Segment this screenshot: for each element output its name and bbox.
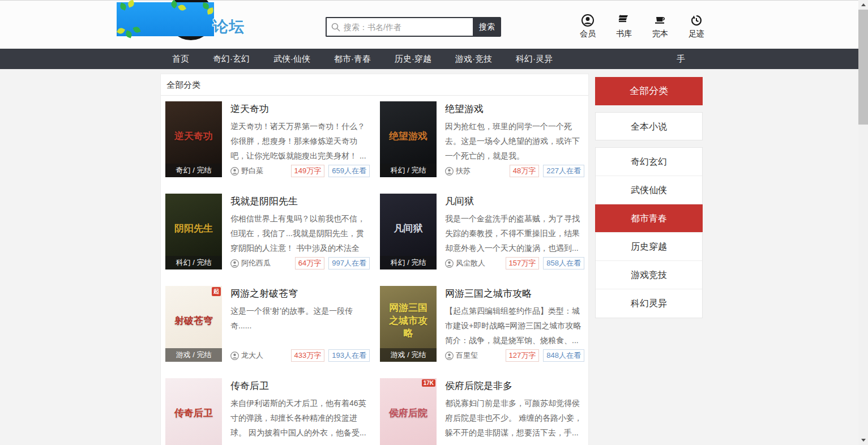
book-cover[interactable]: 网游三国之城市攻略 游戏 / 完结	[380, 286, 437, 362]
member-link[interactable]: 会员	[575, 14, 600, 39]
sidebar-category[interactable]: 游戏竞技	[596, 261, 702, 289]
logo-text: 论坛	[213, 16, 245, 37]
book-title[interactable]: 我就是阴阳先生	[230, 196, 370, 207]
book-list-panel: 全部分类 逆天奇功 奇幻 / 完结 逆天奇功 逆天奇功！诸天万界第一奇功！什么？…	[160, 74, 589, 445]
book-cover[interactable]: 绝望游戏 科幻 / 完结	[380, 101, 437, 177]
sidebar-category[interactable]: 都市青春	[595, 204, 703, 233]
footprints-link[interactable]: 足迹	[684, 14, 709, 39]
cover-title-text: 网游三国之城市攻略	[387, 302, 430, 341]
book-description: 都说寡妇门前是非多，可颜苏却觉得侯府后院是非也不少。 难缠的各路小妾，躲不开的是…	[445, 396, 584, 440]
scrollbar-thumb[interactable]	[858, 10, 868, 125]
header-quick-links: 会员 书库 完本 足迹	[575, 14, 709, 39]
book-meta: 风尘散人 157万字 858人在看	[445, 257, 584, 269]
book-badges: 64万字 997人在看	[295, 257, 370, 269]
sidebar-category[interactable]: 历史穿越	[596, 233, 702, 261]
book-badges: 157万字 858人在看	[506, 257, 584, 269]
word-count-badge: 433万字	[291, 349, 325, 362]
book-author[interactable]: 阿伦西瓜	[230, 258, 271, 268]
book-cover[interactable]: 起 射破苍穹 游戏 / 完结	[165, 286, 222, 362]
word-count-badge: 157万字	[506, 257, 540, 269]
search-input[interactable]	[344, 23, 463, 32]
book-info: 逆天奇功 逆天奇功！诸天万界第一奇功！什么？你很胖，想瘦身！那来修炼逆天奇功吧，…	[230, 101, 370, 177]
word-count-badge: 127万字	[506, 349, 540, 362]
book-card: 逆天奇功 奇幻 / 完结 逆天奇功 逆天奇功！诸天万界第一奇功！什么？你很胖，想…	[165, 101, 370, 177]
nav-item[interactable]: 武侠·仙侠	[262, 49, 322, 69]
nav-item[interactable]: 历史·穿越	[383, 49, 443, 69]
finished-label: 完本	[652, 29, 668, 39]
cover-title-text: 阴阳先生	[172, 222, 215, 236]
nav-item[interactable]: 科幻·灵异	[504, 49, 565, 69]
vertical-scrollbar[interactable]	[858, 0, 868, 445]
sidebar-all-categories[interactable]: 全部分类	[595, 77, 703, 105]
book-title[interactable]: 网游三国之城市攻略	[445, 288, 584, 299]
book-badges: 149万字 659人在看	[291, 165, 370, 177]
library-label: 书库	[616, 29, 632, 39]
book-description: 这是一个很‘射’的故事。这是一段传奇......	[230, 303, 370, 348]
finished-link[interactable]: 完本	[648, 14, 673, 39]
book-meta: 龙大人 433万字 193人在看	[230, 349, 370, 362]
book-grid: 逆天奇功 奇幻 / 完结 逆天奇功 逆天奇功！诸天万界第一奇功！什么？你很胖，想…	[165, 96, 584, 445]
readers-count-badge: 659人在看	[328, 165, 370, 177]
author-name: 阿伦西瓜	[241, 258, 271, 268]
search-icon	[331, 23, 340, 32]
nav-item[interactable]: 游戏·竞技	[443, 49, 504, 69]
footprints-history-icon	[690, 14, 703, 27]
sidebar-category[interactable]: 奇幻玄幻	[596, 148, 702, 176]
cover-title-text: 凡间狱	[387, 222, 430, 236]
nav-item[interactable]: 首页	[160, 49, 201, 69]
book-title[interactable]: 凡间狱	[445, 196, 584, 207]
book-author[interactable]: 风尘散人	[445, 258, 485, 268]
book-description: 因为抢红包，班里的同学一个一个死去。这是一场令人绝望的游戏，或许下一个死亡的，就…	[445, 119, 584, 163]
book-description: 逆天奇功！诸天万界第一奇功！什么？你很胖，想瘦身！那来修炼逆天奇功吧，让你光吃饭…	[230, 119, 370, 163]
book-card: 阴阳先生 科幻 / 完结 我就是阴阳先生 你相信世界上有鬼吗？以前我也不信，但现…	[165, 194, 370, 269]
library-icon	[617, 14, 631, 27]
book-info: 我就是阴阳先生 你相信世界上有鬼吗？以前我也不信，但现在，我信了...我就是阴阳…	[230, 194, 370, 269]
author-name: 龙大人	[241, 350, 263, 361]
book-cover[interactable]: 传奇后卫	[165, 378, 222, 445]
book-cover[interactable]: 凡间狱 科幻 / 完结	[380, 194, 437, 269]
book-meta: 扶苏 48万字 227人在看	[445, 165, 584, 177]
nav-item[interactable]: 都市·青春	[322, 49, 383, 69]
book-author[interactable]: 野白菜	[230, 166, 263, 176]
readers-count-badge: 227人在看	[543, 165, 584, 177]
book-cover[interactable]: 17K 侯府后院	[380, 378, 437, 445]
book-info: 网游之射破苍穹 这是一个很‘射’的故事。这是一段传奇...... 龙大人 433…	[230, 286, 370, 362]
book-author[interactable]: 百里玺	[445, 350, 478, 361]
author-icon	[230, 167, 239, 176]
library-link[interactable]: 书库	[612, 14, 636, 39]
book-title[interactable]: 逆天奇功	[230, 104, 370, 115]
scroll-down-arrow[interactable]	[858, 435, 868, 445]
book-title[interactable]: 绝望游戏	[445, 104, 584, 115]
book-title[interactable]: 侯府后院是非多	[445, 380, 584, 392]
book-title[interactable]: 网游之射破苍穹	[230, 288, 370, 299]
sidebar-category[interactable]: 科幻灵异	[596, 289, 702, 318]
finished-cup-icon	[653, 14, 667, 27]
book-cover[interactable]: 逆天奇功 奇幻 / 完结	[165, 101, 222, 177]
nav-item[interactable]: 奇幻·玄幻	[201, 49, 262, 69]
readers-count-badge: 848人在看	[543, 349, 584, 362]
author-icon	[445, 167, 454, 176]
sidebar-full-novels[interactable]: 全本小说	[595, 112, 703, 140]
site-logo[interactable]: 论坛	[117, 1, 253, 46]
book-meta: 野白菜 149万字 659人在看	[230, 165, 370, 177]
cover-title-text: 射破苍穹	[172, 315, 215, 328]
book-badges: 48万字 227人在看	[510, 165, 584, 177]
book-card: 凡间狱 科幻 / 完结 凡间狱 我是一个金盆洗手的盗墓贼，为了寻找失踪的秦教授，…	[380, 194, 584, 269]
word-count-badge: 149万字	[291, 165, 325, 177]
book-cover[interactable]: 阴阳先生 科幻 / 完结	[165, 194, 222, 269]
scroll-up-arrow[interactable]	[858, 0, 868, 10]
cover-category-tag: 游戏 / 完结	[380, 348, 437, 362]
book-author[interactable]: 龙大人	[230, 350, 263, 361]
book-author[interactable]: 扶苏	[445, 166, 471, 176]
search-button[interactable]: 搜索	[473, 17, 501, 37]
author-name: 风尘散人	[456, 258, 485, 268]
author-icon	[230, 352, 239, 360]
cover-category-tag: 科幻 / 完结	[165, 256, 222, 269]
sidebar-category[interactable]: 武侠仙侠	[596, 176, 702, 204]
member-icon	[581, 14, 595, 27]
breadcrumb: 全部分类	[165, 74, 584, 95]
readers-count-badge: 997人在看	[328, 257, 370, 269]
book-title[interactable]: 传奇后卫	[230, 380, 370, 392]
book-info: 凡间狱 我是一个金盆洗手的盗墓贼，为了寻找失踪的秦教授，不得不重操旧业，结果却意…	[445, 194, 584, 269]
member-label: 会员	[580, 29, 596, 39]
